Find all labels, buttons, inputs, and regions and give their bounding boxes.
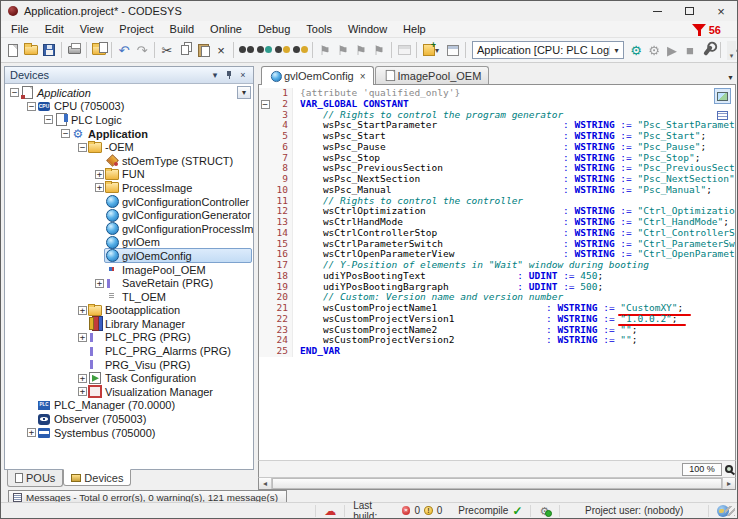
menu-online[interactable]: Online: [202, 22, 250, 36]
login-button[interactable]: ⚙: [627, 39, 645, 61]
redo-button[interactable]: ↷: [133, 39, 151, 61]
expander-collapse-icon[interactable]: −: [26, 102, 37, 111]
expander-expand-icon[interactable]: +: [77, 387, 88, 396]
editor-tab-imagepool_oem[interactable]: ImagePool_OEM: [375, 66, 490, 84]
scroll-right-button[interactable]: ▸: [722, 478, 735, 489]
start-button[interactable]: ▶: [663, 39, 681, 61]
minimize-button[interactable]: [641, 1, 673, 21]
stop-button[interactable]: ■: [681, 39, 699, 61]
toolbar-overflow-button[interactable]: ▾: [727, 41, 736, 60]
maximize-button[interactable]: [673, 1, 705, 21]
search-project-button[interactable]: [273, 39, 291, 61]
menu-file[interactable]: File: [3, 22, 37, 36]
menu-tools[interactable]: Tools: [298, 22, 340, 36]
tree-item-stoemtype-struct[interactable]: stOemType (STRUCT): [5, 154, 253, 168]
expander-expand-icon[interactable]: +: [77, 333, 88, 342]
tree-item-plc-logic[interactable]: −PLC Logic: [5, 113, 253, 127]
undo-button[interactable]: ↶: [115, 39, 133, 61]
bookmark-previous-button[interactable]: ⚑: [352, 39, 370, 61]
code-editor[interactable]: 1{attribute 'qualified_only'}−2VAR_GLOBA…: [258, 85, 736, 460]
editor-tab-gvloemconfig[interactable]: gvlOemConfig×: [261, 66, 374, 85]
new-file-button[interactable]: [4, 39, 22, 61]
menu-build[interactable]: Build: [162, 22, 202, 36]
expander-expand-icon[interactable]: +: [94, 183, 105, 192]
menu-help[interactable]: Help: [395, 22, 434, 36]
logout-button[interactable]: ⚙: [645, 39, 663, 61]
bottom-tab-pous[interactable]: POUs: [7, 470, 63, 487]
textual-declaration-button[interactable]: [714, 88, 731, 104]
tree-item-gvlconfigurationgenerator[interactable]: gvlConfigurationGenerator: [5, 208, 253, 222]
replace-project-button[interactable]: [291, 39, 309, 61]
panel-menu-button[interactable]: ▾: [208, 69, 222, 82]
delete-button[interactable]: ×: [212, 39, 230, 61]
find-button[interactable]: [237, 39, 255, 61]
expander-expand-icon[interactable]: +: [77, 374, 88, 383]
bottom-tab-devices[interactable]: Devices: [63, 469, 131, 486]
expander-expand-icon[interactable]: +: [26, 428, 37, 437]
tree-item-observer-705003[interactable]: Observer (705003): [5, 412, 253, 426]
menu-edit[interactable]: Edit: [37, 22, 72, 36]
new-window-button[interactable]: [395, 39, 413, 61]
menu-project[interactable]: Project: [111, 22, 161, 36]
tree-item-bootapplication[interactable]: +Bootapplication: [5, 304, 253, 318]
open-project-button[interactable]: [22, 39, 40, 61]
tree-item-imagepool-oem[interactable]: ImagePool_OEM: [5, 263, 253, 277]
tree-item-oem[interactable]: −-OEM: [5, 140, 253, 154]
fold-collapse-icon[interactable]: −: [261, 100, 270, 109]
bookmark-toggle-button[interactable]: ⚑: [316, 39, 334, 61]
tree-item-processimage[interactable]: +ProcessImage: [5, 181, 253, 195]
expander-collapse-icon[interactable]: −: [43, 115, 54, 124]
magnifier-icon[interactable]: [725, 465, 733, 473]
tree-item-plc-prg-prg[interactable]: +PLC_PRG (PRG): [5, 331, 253, 345]
expander-collapse-icon[interactable]: −: [60, 129, 71, 138]
horizontal-scrollbar[interactable]: ◂ ▸: [258, 477, 736, 490]
tab-list-button[interactable]: ▼: [727, 74, 734, 81]
incremental-search-button[interactable]: [255, 39, 273, 61]
tree-item-gvlconfigurationprocessimage[interactable]: gvlConfigurationProcessImage: [5, 222, 253, 236]
application-combo[interactable]: Application [CPU: PLC Logic]▾: [472, 41, 624, 59]
expander-expand-icon[interactable]: +: [94, 279, 105, 288]
cut-button[interactable]: ✂: [158, 39, 176, 61]
tree-item-application[interactable]: −Application: [5, 86, 253, 100]
bookmark-next-button[interactable]: ⚑: [334, 39, 352, 61]
zoom-level[interactable]: 100 %: [682, 463, 722, 476]
tree-item-gvlconfigurationcontroller[interactable]: gvlConfigurationController: [5, 195, 253, 209]
force-values-button[interactable]: [699, 39, 717, 61]
expander-collapse-icon[interactable]: −: [9, 88, 20, 97]
menu-debug[interactable]: Debug: [250, 22, 298, 36]
tree-item-fun[interactable]: +FUN: [5, 168, 253, 182]
tab-close-icon[interactable]: ×: [360, 71, 366, 82]
panel-pin-button[interactable]: [222, 69, 236, 82]
bookmark-clear-button[interactable]: ⚑: [370, 39, 388, 61]
menu-window[interactable]: Window: [340, 22, 395, 36]
scroll-left-button[interactable]: ◂: [259, 478, 272, 489]
chevron-down-icon[interactable]: ▾: [435, 46, 444, 55]
tree-item-saveretain-prg[interactable]: +SaveRetain (PRG): [5, 276, 253, 290]
scrollbar-thumb[interactable]: [272, 478, 722, 489]
paste-button[interactable]: [194, 39, 212, 61]
tree-item-prg-visu-prg[interactable]: PRG_Visu (PRG): [5, 358, 253, 372]
tree-item-application[interactable]: −Application: [5, 127, 253, 141]
copy-button[interactable]: [176, 39, 194, 61]
tree-item-systembus-705000[interactable]: +Systembus (705000): [5, 426, 253, 440]
tree-root-dropdown-button[interactable]: ▾: [237, 86, 251, 99]
menu-view[interactable]: View: [72, 22, 112, 36]
tree-item-visualization-manager[interactable]: +Visualization Manager: [5, 385, 253, 399]
close-button[interactable]: ×: [705, 1, 737, 21]
tabular-declaration-button[interactable]: [714, 107, 731, 123]
expander-collapse-icon[interactable]: −: [77, 143, 88, 152]
expander-expand-icon[interactable]: +: [94, 170, 105, 179]
image-gallery-button[interactable]: [444, 39, 462, 61]
tree-item-task-configuration[interactable]: +Task Configuration: [5, 371, 253, 385]
tree-item-plc-prg-alarms-prg[interactable]: PLC_PRG_Alarms (PRG): [5, 344, 253, 358]
copy-project-button[interactable]: [90, 39, 108, 61]
panel-close-button[interactable]: ×: [236, 69, 250, 82]
tree-item-cpu-705003[interactable]: −CPU (705003): [5, 100, 253, 114]
tree-item-library-manager[interactable]: Library Manager: [5, 317, 253, 331]
print-button[interactable]: [65, 39, 83, 61]
tree-item-tl-oem[interactable]: TL_OEM: [5, 290, 253, 304]
tree-item-plc-manager-70-0000[interactable]: PLC_Manager (70.0000): [5, 399, 253, 413]
expander-expand-icon[interactable]: +: [77, 306, 88, 315]
resize-grip[interactable]: [725, 506, 735, 516]
tree-item-gvloem[interactable]: gvlOem: [5, 236, 253, 250]
